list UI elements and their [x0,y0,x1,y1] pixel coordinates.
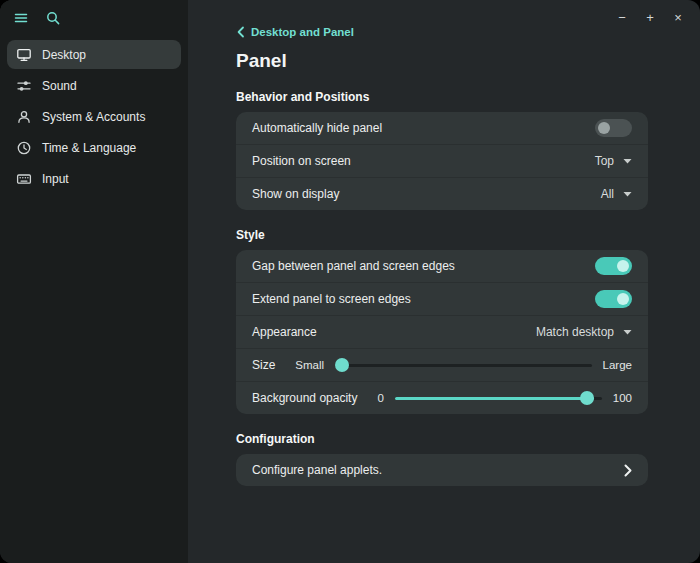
toggle-knob [617,293,629,305]
opacity-max-label: 100 [613,392,632,404]
position-row: Position on screen Top [236,145,648,177]
sidebar-item-label: Input [42,172,69,186]
sidebar-item-label: Sound [42,79,77,93]
sidebar: Desktop Sound System & Accounts Time & L… [0,0,188,563]
chevron-down-icon [623,192,632,197]
position-dropdown[interactable]: Top [595,152,632,170]
gap-row: Gap between panel and screen edges [236,250,648,282]
show-on-display-value: All [601,187,614,201]
chevron-down-icon [623,330,632,335]
appearance-label: Appearance [252,325,317,339]
opacity-slider-group: 0 100 [377,391,632,406]
autohide-label: Automatically hide panel [252,121,382,135]
slider-fill [395,397,594,400]
opacity-row: Background opacity 0 100 [236,382,648,414]
gap-toggle[interactable] [595,257,632,275]
position-label: Position on screen [252,154,351,168]
configure-applets-label: Configure panel applets. [252,463,382,477]
behavior-card: Automatically hide panel Position on scr… [236,112,648,210]
autohide-row: Automatically hide panel [236,112,648,144]
show-on-display-dropdown[interactable]: All [601,185,632,203]
opacity-min-label: 0 [377,392,383,404]
opacity-label: Background opacity [252,391,357,405]
position-value: Top [595,154,614,168]
sidebar-topbar [0,4,188,34]
close-button[interactable]: × [668,7,688,27]
sidebar-item-input[interactable]: Input [7,164,181,193]
sidebar-item-desktop[interactable]: Desktop [7,40,181,69]
maximize-button[interactable]: + [640,7,660,27]
sidebar-item-sound[interactable]: Sound [7,71,181,100]
main-content: − + × Desktop and Panel Panel Behavior a… [188,0,700,563]
page-title: Panel [236,50,648,72]
extend-toggle[interactable] [595,290,632,308]
sound-mixer-icon [16,78,32,94]
show-on-display-row: Show on display All [236,178,648,210]
sidebar-nav: Desktop Sound System & Accounts Time & L… [0,34,188,199]
toggle-knob [617,260,629,272]
settings-window: Desktop Sound System & Accounts Time & L… [0,0,700,563]
size-max-label: Large [603,359,632,371]
back-chevron-icon [236,26,245,38]
user-icon [16,109,32,125]
chevron-down-icon [623,159,632,164]
size-slider[interactable] [335,358,591,373]
size-label: Size [252,358,275,372]
slider-thumb[interactable] [335,358,349,372]
configure-applets-row[interactable]: Configure panel applets. [236,454,648,486]
size-min-label: Small [295,359,324,371]
gap-label: Gap between panel and screen edges [252,259,455,273]
hamburger-icon [13,10,29,26]
slider-thumb[interactable] [580,391,594,405]
sidebar-item-label: Desktop [42,48,86,62]
show-on-display-label: Show on display [252,187,339,201]
opacity-slider[interactable] [395,391,602,406]
section-heading-behavior: Behavior and Positions [236,90,648,104]
extend-row: Extend panel to screen edges [236,283,648,315]
toggle-knob [598,122,610,134]
appearance-value: Match desktop [536,325,614,339]
appearance-row: Appearance Match desktop [236,316,648,348]
clock-icon [16,140,32,156]
sidebar-item-time-language[interactable]: Time & Language [7,133,181,162]
section-heading-configuration: Configuration [236,432,648,446]
style-card: Gap between panel and screen edges Exten… [236,250,648,414]
nav-toggle-button[interactable] [8,6,34,30]
section-heading-style: Style [236,228,648,242]
sidebar-item-system-accounts[interactable]: System & Accounts [7,102,181,131]
search-button[interactable] [40,6,66,30]
extend-label: Extend panel to screen edges [252,292,411,306]
autohide-toggle[interactable] [595,119,632,137]
configuration-card: Configure panel applets. [236,454,648,486]
back-button[interactable]: Desktop and Panel [236,26,354,38]
size-row: Size Small Large [236,349,648,381]
search-icon [45,10,61,26]
appearance-dropdown[interactable]: Match desktop [536,323,632,341]
window-controls: − + × [612,7,688,27]
chevron-right-icon [624,464,632,477]
keyboard-icon [16,171,32,187]
back-label: Desktop and Panel [251,26,354,38]
sidebar-item-label: System & Accounts [42,110,145,124]
sidebar-item-label: Time & Language [42,141,136,155]
slider-track [335,364,591,367]
display-icon [16,47,32,63]
size-slider-group: Small Large [295,358,632,373]
minimize-button[interactable]: − [612,7,632,27]
